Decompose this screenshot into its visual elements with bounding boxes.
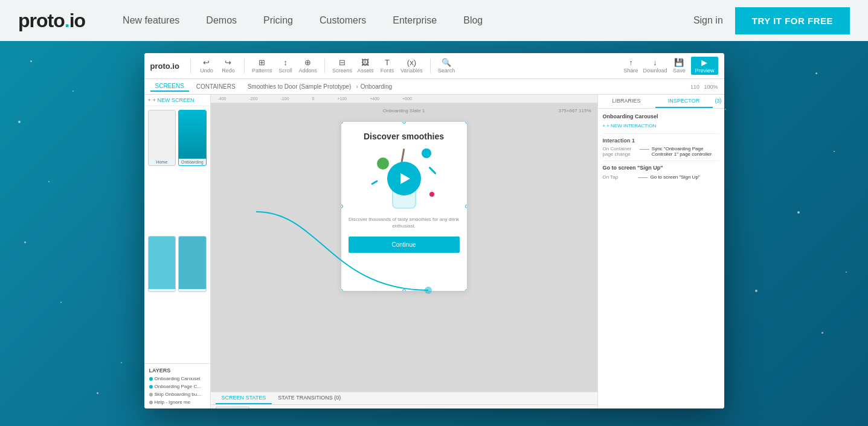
screen-thumb-4[interactable] xyxy=(178,236,207,292)
inspector-tab[interactable]: INSPECTOR xyxy=(655,95,713,108)
app-body: + + NEW SCREEN Home Onboarding xyxy=(144,95,724,409)
layer-label-3: Skip Onboarding bu... xyxy=(155,392,201,397)
assets-button[interactable]: 🖼 Assets xyxy=(357,58,374,74)
undo-icon: ↩ xyxy=(203,58,210,67)
logo-text: proto.io xyxy=(18,10,85,31)
right-panel: LIBRARIES INSPECTOR (3) Onboarding Carou… xyxy=(597,95,724,409)
play-triangle-icon xyxy=(400,173,410,184)
toolbar-separator-1 xyxy=(190,59,191,73)
logo[interactable]: proto.io xyxy=(18,10,85,32)
panel-containers-tab[interactable]: CONTAINERS xyxy=(191,82,240,91)
preview-button[interactable]: ▶ Preview xyxy=(691,57,718,75)
screen-thumb-onboarding[interactable]: Onboarding xyxy=(178,110,207,166)
new-screen-button[interactable]: + + NEW SCREEN xyxy=(144,95,210,106)
layers-section: LAYERS Onboarding Carousel Onboarding Pa… xyxy=(144,363,210,409)
nav-blog[interactable]: Blog xyxy=(450,15,496,26)
sync-value: Sync "Onboarding Page Controller 1" page… xyxy=(652,146,719,157)
layer-label-4: Help - Ignore me xyxy=(155,399,191,405)
screen-thumbnails: Home Onboarding xyxy=(144,106,210,363)
continue-button[interactable]: Continue xyxy=(349,237,460,253)
layer-skip-onboarding[interactable]: Skip Onboarding bu... xyxy=(147,390,208,398)
share-button[interactable]: ↑ Share xyxy=(622,58,639,74)
handle-br xyxy=(465,289,468,291)
layer-dot-3 xyxy=(149,393,153,396)
screen-frame[interactable]: Discover smoothies xyxy=(341,121,468,291)
download-button[interactable]: ↓ Download xyxy=(643,58,667,74)
state-transitions-tab[interactable]: STATE TRANSITIONS (0) xyxy=(272,392,347,404)
interaction-row-1: On Container page change —— Sync "Onboar… xyxy=(603,146,719,157)
handle-tr xyxy=(465,121,468,124)
screen-state-label: Onboarding State 1 xyxy=(383,108,425,113)
smoothie-illustration xyxy=(368,148,440,209)
nav-customers[interactable]: Customers xyxy=(306,15,379,26)
breadcrumb-toolbar: SCREENS CONTAINERS Smoothies to Door (Sa… xyxy=(144,79,724,95)
redo-button[interactable]: ↪ Redo xyxy=(220,58,237,74)
layer-dot-2 xyxy=(149,385,153,389)
scroll-icon: ↕ xyxy=(283,58,288,67)
nav-enterprise[interactable]: Enterprise xyxy=(379,15,450,26)
addons-button[interactable]: ⊕ Addons xyxy=(298,58,317,74)
state-select[interactable]: State 1 xyxy=(216,407,249,409)
search-icon: 🔍 xyxy=(442,58,451,67)
goto-arrow: —— xyxy=(638,174,648,180)
navbar: proto.io New features Demos Pricing Cust… xyxy=(0,0,868,41)
layer-onboarding-carousel[interactable]: Onboarding Carousel xyxy=(147,375,208,383)
patterns-button[interactable]: ⊞ Patterns xyxy=(252,58,272,74)
layer-onboarding-page[interactable]: Onboarding Page C... xyxy=(147,383,208,390)
screens-button[interactable]: ⊟ Screens xyxy=(332,58,352,74)
left-panel: + + NEW SCREEN Home Onboarding xyxy=(144,95,211,409)
screen-label-onboarding: Onboarding xyxy=(180,159,205,165)
navbar-right: Sign in TRY IT FOR FREE xyxy=(693,7,850,34)
screen-label-4 xyxy=(191,289,193,291)
blue-line-2 xyxy=(371,180,378,185)
fonts-icon: T xyxy=(385,58,390,67)
screen-thumb-home[interactable]: Home xyxy=(148,110,176,166)
patterns-icon: ⊞ xyxy=(259,58,265,67)
canvas-inner: Onboarding State 1 375×667 115% xyxy=(211,103,597,392)
breadcrumb-sep: › xyxy=(356,83,358,90)
variables-icon: (x) xyxy=(407,58,416,67)
new-interaction-button[interactable]: + + NEW INTERACTION xyxy=(603,123,719,129)
zoom-level: 110 100% xyxy=(690,84,718,90)
goto-title: Go to screen "Sign Up" xyxy=(603,165,719,171)
nav-pricing[interactable]: Pricing xyxy=(250,15,306,26)
frame-content: Discover smoothies xyxy=(341,122,467,291)
scroll-button[interactable]: ↕ Scroll xyxy=(277,58,294,74)
panel-screens-tab[interactable]: SCREENS xyxy=(150,81,189,92)
variables-button[interactable]: (x) Variables xyxy=(400,58,423,74)
play-button[interactable] xyxy=(387,162,421,196)
layer-help[interactable]: Help - Ignore me xyxy=(147,398,208,406)
toolbar-separator-2 xyxy=(244,59,245,73)
handle-bc xyxy=(402,289,406,291)
nav-links: New features Demos Pricing Customers Ent… xyxy=(109,15,693,26)
layer-dot-4 xyxy=(149,401,153,404)
canvas-area: -400 -200 -100 0 +100 +400 +600 xyxy=(211,95,597,409)
bottom-tab-row: SCREEN STATES STATE TRANSITIONS (0) xyxy=(211,392,597,404)
addons-icon: ⊕ xyxy=(304,58,311,67)
save-icon: 💾 xyxy=(674,58,684,67)
undo-button[interactable]: ↩ Undo xyxy=(198,58,215,74)
redo-icon: ↪ xyxy=(225,58,231,67)
fonts-button[interactable]: T Fonts xyxy=(379,58,396,74)
ruler-marks: -400 -200 -100 0 +100 +400 +600 xyxy=(212,97,412,101)
screen-thumb-3[interactable] xyxy=(148,236,176,292)
app-logo: proto.io xyxy=(150,62,179,71)
layer-label-1: Onboarding Carousel xyxy=(155,376,201,381)
toolbar-separator-3 xyxy=(324,59,325,73)
sign-in-link[interactable]: Sign in xyxy=(693,15,723,26)
save-button[interactable]: 💾 Save xyxy=(670,58,687,74)
nav-new-features[interactable]: New features xyxy=(109,15,193,26)
libraries-tab[interactable]: LIBRARIES xyxy=(598,95,655,108)
layers-header: LAYERS xyxy=(147,366,208,375)
nav-demos[interactable]: Demos xyxy=(193,15,250,26)
try-for-free-button[interactable]: TRY IT FOR FREE xyxy=(735,7,850,34)
layer-dot-1 xyxy=(149,377,153,381)
handle-mr xyxy=(465,205,468,208)
on-tap-label: On Tap xyxy=(603,174,636,180)
search-button[interactable]: 🔍 Search xyxy=(438,58,455,74)
screen-size-label: 375×667 115% xyxy=(558,108,591,113)
goto-section: Go to screen "Sign Up" On Tap —— Go to s… xyxy=(603,161,719,180)
state-bar: State 1 + NEW SCREEN STATE Help Find (Cm… xyxy=(211,404,597,409)
breadcrumb-onboarding: Onboarding xyxy=(361,83,392,90)
screen-states-tab[interactable]: SCREEN STATES xyxy=(216,392,272,404)
